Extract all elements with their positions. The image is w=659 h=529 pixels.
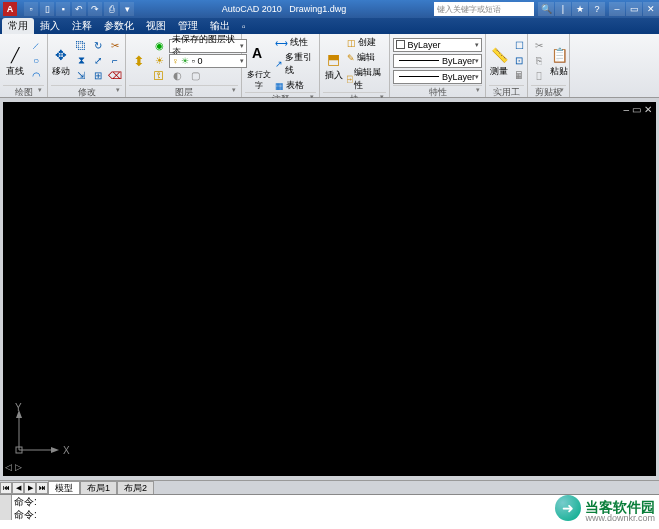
tab-annotate[interactable]: 注释 bbox=[66, 18, 98, 34]
match-icon[interactable]: ⌷ bbox=[531, 69, 547, 83]
panel-modify: ✥ 移动 ⿻ ↻ ✂ ⧗ ⤢ ⌐ ⇲ ⊞ ⌫ 修改 bbox=[48, 34, 126, 97]
layer-state-combo[interactable]: 未保存的图层状态 ▾ bbox=[169, 39, 247, 53]
tab-parametric[interactable]: 参数化 bbox=[98, 18, 140, 34]
array-icon[interactable]: ⊞ bbox=[90, 69, 106, 83]
color-combo[interactable]: ByLayer ▾ bbox=[393, 38, 482, 52]
linetype-combo[interactable]: ByLayer ▾ bbox=[393, 70, 482, 84]
tab-view[interactable]: 视图 bbox=[140, 18, 172, 34]
mirror-icon[interactable]: ⧗ bbox=[73, 54, 89, 68]
table-label: 表格 bbox=[286, 79, 304, 92]
trim-icon[interactable]: ✂ bbox=[107, 39, 123, 53]
save-icon[interactable]: ▪ bbox=[56, 2, 70, 16]
open-icon[interactable]: ▯ bbox=[40, 2, 54, 16]
qselect-icon[interactable]: ⊡ bbox=[511, 54, 527, 68]
window-controls: – ▭ ✕ bbox=[609, 2, 659, 16]
panel-clipboard: ✂ ⎘ ⌷ 📋 粘贴 剪贴板 bbox=[528, 34, 570, 97]
help-search-input[interactable]: 键入关键字或短语 bbox=[434, 2, 534, 16]
app-menu-icon[interactable]: A bbox=[3, 2, 17, 16]
favorite-icon[interactable]: ★ bbox=[572, 2, 588, 16]
panel-properties: ByLayer ▾ ByLayer ▾ ByLayer ▾ 特性 bbox=[390, 34, 486, 97]
tab-insert[interactable]: 插入 bbox=[34, 18, 66, 34]
paste-label: 粘贴 bbox=[550, 66, 568, 76]
tab-layout2[interactable]: 布局2 bbox=[117, 481, 154, 494]
edit-label: 编辑 bbox=[357, 51, 375, 64]
tab-model[interactable]: 模型 bbox=[48, 481, 80, 494]
create-block-button[interactable]: ◫ 创建 bbox=[347, 36, 386, 49]
mleader-button[interactable]: ↗ 多重引线 bbox=[275, 51, 316, 77]
lt-value: ByLayer bbox=[442, 72, 475, 82]
layer-freeze-icon[interactable]: ☀ bbox=[151, 54, 167, 68]
select-icon[interactable]: ☐ bbox=[511, 39, 527, 53]
cmd-grip[interactable] bbox=[0, 495, 12, 520]
rotate-icon[interactable]: ↻ bbox=[90, 39, 106, 53]
tab-home[interactable]: 常用 bbox=[2, 18, 34, 34]
mtext-button[interactable]: A bbox=[245, 38, 269, 68]
line-sample bbox=[399, 60, 439, 61]
polyline-icon[interactable]: ⟋ bbox=[28, 39, 44, 53]
close-icon[interactable]: ✕ bbox=[643, 2, 659, 16]
vp-maximize-icon[interactable]: ▭ bbox=[632, 104, 641, 115]
panel-props-title[interactable]: 特性 bbox=[393, 85, 482, 97]
tab-next-icon[interactable]: ▶ bbox=[24, 482, 36, 494]
layer-lock-icon[interactable]: ⚿ bbox=[151, 69, 167, 83]
copy-clip-icon[interactable]: ⎘ bbox=[531, 54, 547, 68]
cut-icon[interactable]: ✂ bbox=[531, 39, 547, 53]
search-icon[interactable]: 🔍 bbox=[538, 2, 554, 16]
stretch-icon[interactable]: ⇲ bbox=[73, 69, 89, 83]
layer-off-icon[interactable]: ◐ bbox=[169, 69, 185, 83]
undo-icon[interactable]: ↶ bbox=[72, 2, 86, 16]
insert-block-button[interactable]: ⬒ 插入 bbox=[323, 41, 345, 87]
panel-block: ⬒ 插入 ◫ 创建 ✎ 编辑 ⍈ 编辑属性 块 bbox=[320, 34, 390, 97]
arc-icon[interactable]: ◠ bbox=[28, 69, 44, 83]
print-icon[interactable]: ⎙ bbox=[104, 2, 118, 16]
layers-icon: ⬍ bbox=[129, 51, 149, 71]
vp-minimize-icon[interactable]: – bbox=[623, 104, 629, 115]
view-triad-icon[interactable]: ◁ ▷ bbox=[5, 462, 22, 472]
tab-last-icon[interactable]: ⏭ bbox=[36, 482, 48, 494]
drawing-area[interactable]: – ▭ ✕ Y X ◁ ▷ bbox=[0, 98, 659, 480]
new-icon[interactable]: ▫ bbox=[24, 2, 38, 16]
edit-block-button[interactable]: ✎ 编辑 bbox=[347, 51, 386, 64]
calc-icon[interactable]: 🖩 bbox=[511, 69, 527, 83]
tab-prev-icon[interactable]: ◀ bbox=[12, 482, 24, 494]
erase-icon[interactable]: ⌫ bbox=[107, 69, 123, 83]
panel-utils-title[interactable]: 实用工具 bbox=[489, 85, 524, 97]
maximize-icon[interactable]: ▭ bbox=[626, 2, 642, 16]
panel-clip-title[interactable]: 剪贴板 bbox=[531, 85, 566, 97]
table-button[interactable]: ▦ 表格 bbox=[275, 79, 316, 92]
minimize-icon[interactable]: – bbox=[609, 2, 625, 16]
panel-draw: ╱ 直线 ⟋ ○ ◠ 绘图 bbox=[0, 34, 48, 97]
line-button[interactable]: ╱ 直线 bbox=[3, 38, 26, 84]
layer-combo[interactable]: ♀ ☀ ▫ 0 ▾ bbox=[169, 54, 247, 68]
layer-iso-icon[interactable]: ▢ bbox=[187, 69, 203, 83]
command-line[interactable]: 命令: 命令: bbox=[0, 494, 659, 520]
layout-tabs: ⏮ ◀ ▶ ⏭ 模型 布局1 布局2 bbox=[0, 480, 659, 494]
panel-modify-title[interactable]: 修改 bbox=[51, 85, 122, 97]
copy-icon[interactable]: ⿻ bbox=[73, 39, 89, 53]
move-button[interactable]: ✥ 移动 bbox=[51, 38, 71, 84]
scale-icon[interactable]: ⤢ bbox=[90, 54, 106, 68]
measure-button[interactable]: 📏 测量 bbox=[489, 38, 509, 84]
vp-close-icon[interactable]: ✕ bbox=[644, 104, 652, 115]
mleader-label: 多重引线 bbox=[285, 51, 316, 77]
circle-icon[interactable]: ○ bbox=[28, 54, 44, 68]
tab-layout1[interactable]: 布局1 bbox=[80, 481, 117, 494]
cmd-prompt[interactable]: 命令: bbox=[12, 508, 659, 521]
linear-label: 线性 bbox=[290, 36, 308, 49]
panel-draw-title[interactable]: 绘图 bbox=[3, 85, 44, 97]
fillet-icon[interactable]: ⌐ bbox=[107, 54, 123, 68]
layer-props-button[interactable]: ⬍ bbox=[129, 38, 149, 84]
layer-state-icon[interactable]: ◉ bbox=[151, 39, 167, 53]
paste-button[interactable]: 📋 粘贴 bbox=[549, 38, 569, 84]
layer-value: 0 bbox=[198, 56, 203, 66]
panel-layers-title[interactable]: 图层 bbox=[129, 85, 238, 97]
qat-dropdown-icon[interactable]: ▾ bbox=[120, 2, 134, 16]
tab-first-icon[interactable]: ⏮ bbox=[0, 482, 12, 494]
help-icon[interactable]: ? bbox=[589, 2, 605, 16]
lineweight-combo[interactable]: ByLayer ▾ bbox=[393, 54, 482, 68]
chevron-down-icon: ▾ bbox=[475, 73, 479, 81]
paste-icon: 📋 bbox=[549, 45, 569, 65]
edit-attr-button[interactable]: ⍈ 编辑属性 bbox=[347, 66, 386, 92]
redo-icon[interactable]: ↷ bbox=[88, 2, 102, 16]
linear-dim-button[interactable]: ⟷ 线性 bbox=[275, 36, 316, 49]
